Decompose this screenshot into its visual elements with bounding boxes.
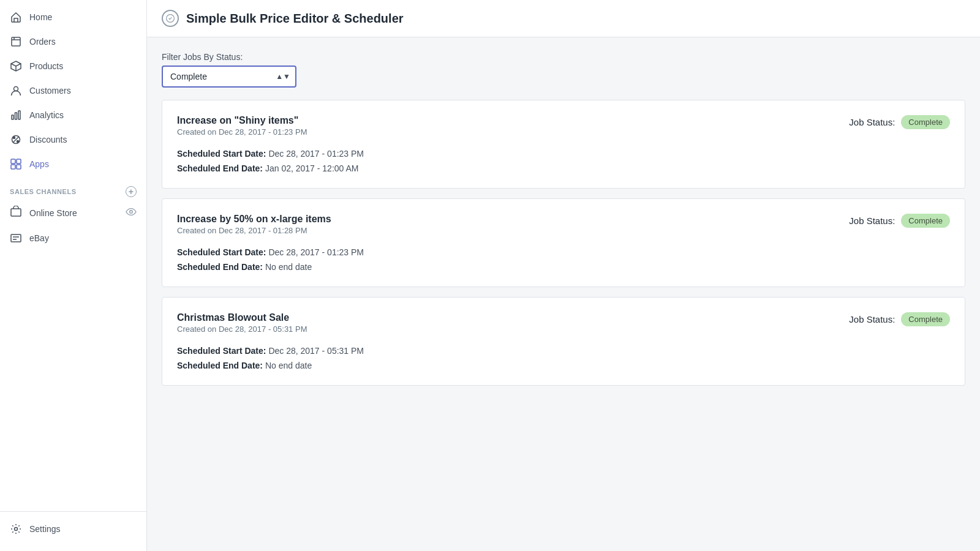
sidebar-item-online-store[interactable]: Online Store: [0, 200, 146, 226]
svg-rect-10: [17, 159, 21, 163]
eye-icon[interactable]: [126, 206, 137, 219]
svg-rect-6: [18, 111, 20, 119]
job-3-status-label: Job Status:: [849, 314, 895, 324]
job-3-created: Created on Dec 28, 2017 - 05:31 PM: [177, 324, 307, 334]
orders-icon: [10, 36, 22, 48]
job-1-title: Increase on "Shiny items": [177, 115, 307, 126]
job-2-created: Created on Dec 28, 2017 - 01:28 PM: [177, 226, 331, 235]
filter-row: Filter Jobs By Status: All Complete Pend…: [162, 52, 965, 88]
discounts-icon: [10, 133, 22, 146]
filter-select[interactable]: All Complete Pending Running Failed: [162, 66, 296, 88]
settings-icon: [10, 523, 22, 535]
job-2-info: Increase by 50% on x-large items Created…: [177, 214, 331, 235]
job-3-start-date: Scheduled Start Date: Dec 28, 2017 - 05:…: [177, 346, 950, 356]
main-content: Simple Bulk Price Editor & Scheduler Fil…: [147, 0, 980, 551]
sidebar-item-customers[interactable]: Customers: [0, 78, 146, 103]
svg-rect-0: [12, 37, 20, 46]
sidebar-item-analytics-label: Analytics: [29, 110, 64, 120]
sidebar-item-orders-label: Orders: [29, 37, 56, 47]
svg-point-8: [17, 141, 19, 143]
job-2-title: Increase by 50% on x-large items: [177, 214, 331, 225]
job-card-3: Christmas Blowout Sale Created on Dec 28…: [162, 297, 965, 386]
analytics-icon: [10, 109, 22, 121]
page-header: Simple Bulk Price Editor & Scheduler: [147, 0, 980, 37]
svg-point-7: [13, 137, 15, 139]
job-2-status-badge: Complete: [901, 214, 950, 228]
svg-rect-15: [11, 234, 21, 242]
apps-icon: [10, 158, 22, 170]
job-3-status-badge: Complete: [901, 312, 950, 326]
customers-icon: [10, 84, 22, 97]
svg-rect-11: [11, 165, 15, 169]
svg-point-16: [15, 528, 18, 531]
job-1-start-date: Scheduled Start Date: Dec 28, 2017 - 01:…: [177, 149, 950, 159]
job-1-info: Increase on "Shiny items" Created on Dec…: [177, 115, 307, 137]
sidebar-item-orders[interactable]: Orders: [0, 29, 146, 54]
ebay-icon: [10, 232, 22, 244]
sidebar-item-discounts[interactable]: Discounts: [0, 127, 146, 152]
sidebar-item-home-label: Home: [29, 12, 52, 22]
job-3-info: Christmas Blowout Sale Created on Dec 28…: [177, 312, 307, 334]
job-2-status-row: Job Status: Complete: [849, 214, 950, 228]
job-3-end-date: Scheduled End Date: No end date: [177, 361, 950, 370]
sidebar-bottom: Settings: [0, 511, 146, 551]
sidebar-item-ebay-label: eBay: [29, 233, 49, 243]
job-card-3-header: Christmas Blowout Sale Created on Dec 28…: [177, 312, 950, 334]
filter-label: Filter Jobs By Status:: [162, 52, 965, 62]
job-3-dates: Scheduled Start Date: Dec 28, 2017 - 05:…: [177, 346, 950, 370]
sidebar: Home Orders Products: [0, 0, 147, 551]
job-1-end-date: Scheduled End Date: Jan 02, 2017 - 12:00…: [177, 163, 950, 173]
sidebar-item-customers-label: Customers: [29, 86, 71, 96]
sidebar-item-apps-label: Apps: [29, 159, 49, 169]
content-area: Filter Jobs By Status: All Complete Pend…: [147, 37, 980, 410]
filter-select-wrap: All Complete Pending Running Failed ▲▼: [162, 66, 296, 88]
sidebar-item-settings[interactable]: Settings: [0, 517, 146, 541]
job-card-2-header: Increase by 50% on x-large items Created…: [177, 214, 950, 235]
job-1-dates: Scheduled Start Date: Dec 28, 2017 - 01:…: [177, 149, 950, 173]
add-sales-channel-button[interactable]: +: [126, 186, 137, 197]
sidebar-item-home[interactable]: Home: [0, 5, 146, 29]
page-title: Simple Bulk Price Editor & Scheduler: [186, 12, 404, 26]
job-2-dates: Scheduled Start Date: Dec 28, 2017 - 01:…: [177, 247, 950, 272]
sidebar-item-analytics[interactable]: Analytics: [0, 103, 146, 127]
job-2-end-date: Scheduled End Date: No end date: [177, 262, 950, 272]
job-1-created: Created on Dec 28, 2017 - 01:23 PM: [177, 127, 307, 137]
job-1-status-row: Job Status: Complete: [849, 115, 950, 129]
sidebar-item-products-label: Products: [29, 61, 63, 71]
online-store-label: Online Store: [29, 208, 126, 218]
job-3-title: Christmas Blowout Sale: [177, 312, 307, 323]
job-card-1-header: Increase on "Shiny items" Created on Dec…: [177, 115, 950, 137]
settings-label: Settings: [29, 524, 61, 534]
job-card-2: Increase by 50% on x-large items Created…: [162, 198, 965, 287]
job-1-status-badge: Complete: [901, 115, 950, 129]
job-3-status-row: Job Status: Complete: [849, 312, 950, 326]
svg-rect-9: [11, 159, 15, 163]
job-2-start-date: Scheduled Start Date: Dec 28, 2017 - 01:…: [177, 247, 950, 257]
sidebar-item-apps[interactable]: Apps: [0, 152, 146, 176]
svg-point-14: [130, 211, 133, 214]
app-icon: [162, 10, 179, 27]
svg-rect-12: [17, 165, 21, 169]
sidebar-item-discounts-label: Discounts: [29, 135, 67, 144]
sales-channels-header: SALES CHANNELS +: [0, 176, 146, 200]
products-icon: [10, 60, 22, 72]
sidebar-nav: Home Orders Products: [0, 0, 146, 511]
home-icon: [10, 11, 22, 23]
svg-point-3: [14, 87, 18, 91]
sidebar-item-ebay[interactable]: eBay: [0, 226, 146, 250]
job-2-status-label: Job Status:: [849, 216, 895, 226]
svg-rect-13: [11, 209, 21, 216]
sidebar-item-products[interactable]: Products: [0, 54, 146, 78]
job-1-status-label: Job Status:: [849, 117, 895, 127]
svg-rect-4: [12, 115, 13, 119]
svg-rect-5: [15, 113, 17, 119]
job-card-1: Increase on "Shiny items" Created on Dec…: [162, 100, 965, 189]
online-store-icon: [10, 206, 22, 220]
